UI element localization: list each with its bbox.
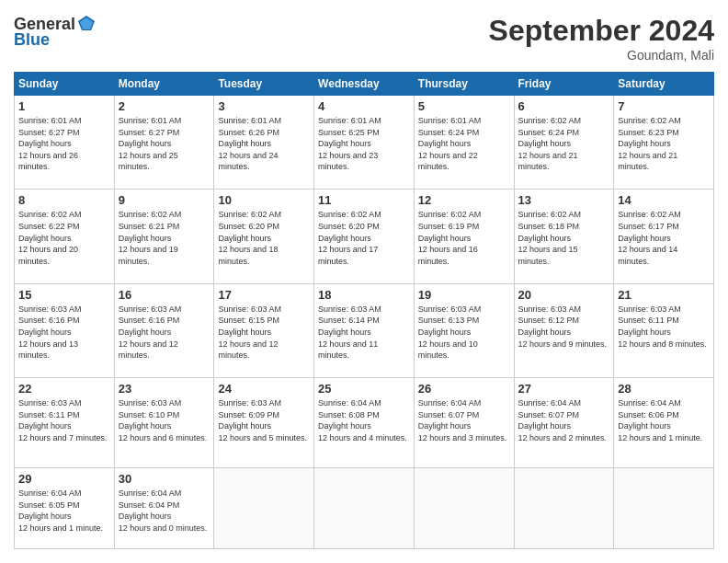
calendar-cell: 18Sunrise: 6:03 AMSunset: 6:14 PMDayligh… <box>314 283 415 377</box>
page: General Blue September 2024 Goundam, Mal… <box>0 0 728 563</box>
day-number: 8 <box>18 193 110 207</box>
day-info: Sunrise: 6:03 AMSunset: 6:16 PMDaylight … <box>18 304 110 362</box>
calendar-cell: 17Sunrise: 6:03 AMSunset: 6:15 PMDayligh… <box>214 283 314 377</box>
col-tuesday: Tuesday <box>214 73 314 96</box>
calendar-cell <box>514 468 614 549</box>
calendar-cell: 30Sunrise: 6:04 AMSunset: 6:04 PMDayligh… <box>114 468 214 549</box>
calendar-cell <box>214 468 314 549</box>
calendar-cell: 8Sunrise: 6:02 AMSunset: 6:22 PMDaylight… <box>15 190 115 283</box>
day-info: Sunrise: 6:04 AMSunset: 6:05 PMDaylight … <box>18 488 110 534</box>
day-info: Sunrise: 6:03 AMSunset: 6:13 PMDaylight … <box>418 304 510 362</box>
logo: General Blue <box>14 14 97 50</box>
calendar-table: Sunday Monday Tuesday Wednesday Thursday… <box>14 72 714 549</box>
week-row-4: 22Sunrise: 6:03 AMSunset: 6:11 PMDayligh… <box>15 378 714 468</box>
calendar-cell: 5Sunrise: 6:01 AMSunset: 6:24 PMDaylight… <box>414 96 514 190</box>
day-number: 30 <box>119 472 210 486</box>
week-row-3: 15Sunrise: 6:03 AMSunset: 6:16 PMDayligh… <box>15 283 714 377</box>
day-info: Sunrise: 6:02 AMSunset: 6:24 PMDaylight … <box>518 115 610 173</box>
calendar-cell: 12Sunrise: 6:02 AMSunset: 6:19 PMDayligh… <box>414 190 514 283</box>
col-saturday: Saturday <box>614 73 714 96</box>
calendar-cell: 11Sunrise: 6:02 AMSunset: 6:20 PMDayligh… <box>314 190 415 283</box>
calendar-cell: 16Sunrise: 6:03 AMSunset: 6:16 PMDayligh… <box>114 283 214 377</box>
calendar-cell: 28Sunrise: 6:04 AMSunset: 6:06 PMDayligh… <box>614 378 714 468</box>
day-info: Sunrise: 6:02 AMSunset: 6:23 PMDaylight … <box>618 115 710 173</box>
day-number: 19 <box>418 288 510 302</box>
calendar-cell: 15Sunrise: 6:03 AMSunset: 6:16 PMDayligh… <box>15 283 115 377</box>
col-sunday: Sunday <box>15 73 115 96</box>
day-info: Sunrise: 6:02 AMSunset: 6:20 PMDaylight … <box>218 209 310 267</box>
day-number: 24 <box>218 382 310 396</box>
day-number: 2 <box>119 99 210 113</box>
col-friday: Friday <box>514 73 614 96</box>
day-number: 17 <box>218 288 310 302</box>
week-row-1: 1Sunrise: 6:01 AMSunset: 6:27 PMDaylight… <box>15 96 714 190</box>
calendar-cell: 2Sunrise: 6:01 AMSunset: 6:27 PMDaylight… <box>114 96 214 190</box>
calendar-cell <box>314 468 415 549</box>
day-info: Sunrise: 6:02 AMSunset: 6:22 PMDaylight … <box>18 209 110 267</box>
day-number: 9 <box>119 193 210 207</box>
calendar-cell: 23Sunrise: 6:03 AMSunset: 6:10 PMDayligh… <box>114 378 214 468</box>
calendar-cell: 21Sunrise: 6:03 AMSunset: 6:11 PMDayligh… <box>614 283 714 377</box>
day-info: Sunrise: 6:03 AMSunset: 6:12 PMDaylight … <box>518 304 610 350</box>
day-info: Sunrise: 6:04 AMSunset: 6:06 PMDaylight … <box>618 397 710 443</box>
day-number: 28 <box>618 382 710 396</box>
day-number: 14 <box>618 193 710 207</box>
day-info: Sunrise: 6:03 AMSunset: 6:16 PMDaylight … <box>119 304 210 362</box>
day-info: Sunrise: 6:04 AMSunset: 6:08 PMDaylight … <box>318 397 410 443</box>
day-number: 20 <box>518 288 610 302</box>
calendar-cell: 13Sunrise: 6:02 AMSunset: 6:18 PMDayligh… <box>514 190 614 283</box>
col-wednesday: Wednesday <box>314 73 415 96</box>
title-section: September 2024 Goundam, Mali <box>489 14 714 63</box>
calendar-cell: 26Sunrise: 6:04 AMSunset: 6:07 PMDayligh… <box>414 378 514 468</box>
day-info: Sunrise: 6:01 AMSunset: 6:25 PMDaylight … <box>318 115 410 173</box>
calendar-cell: 3Sunrise: 6:01 AMSunset: 6:26 PMDaylight… <box>214 96 314 190</box>
day-number: 5 <box>418 99 510 113</box>
calendar-cell: 19Sunrise: 6:03 AMSunset: 6:13 PMDayligh… <box>414 283 514 377</box>
logo-flag-icon <box>76 14 97 34</box>
day-info: Sunrise: 6:04 AMSunset: 6:07 PMDaylight … <box>518 397 610 443</box>
day-number: 12 <box>418 193 510 207</box>
logo-blue: Blue <box>14 30 50 50</box>
day-info: Sunrise: 6:03 AMSunset: 6:11 PMDaylight … <box>18 397 110 443</box>
calendar-cell: 25Sunrise: 6:04 AMSunset: 6:08 PMDayligh… <box>314 378 415 468</box>
calendar-cell: 9Sunrise: 6:02 AMSunset: 6:21 PMDaylight… <box>114 190 214 283</box>
col-monday: Monday <box>114 73 214 96</box>
day-number: 29 <box>18 472 110 486</box>
header: General Blue September 2024 Goundam, Mal… <box>14 14 714 63</box>
calendar-cell: 14Sunrise: 6:02 AMSunset: 6:17 PMDayligh… <box>614 190 714 283</box>
calendar-cell: 27Sunrise: 6:04 AMSunset: 6:07 PMDayligh… <box>514 378 614 468</box>
calendar-cell: 22Sunrise: 6:03 AMSunset: 6:11 PMDayligh… <box>15 378 115 468</box>
day-info: Sunrise: 6:03 AMSunset: 6:15 PMDaylight … <box>218 304 310 362</box>
calendar-cell: 10Sunrise: 6:02 AMSunset: 6:20 PMDayligh… <box>214 190 314 283</box>
week-row-2: 8Sunrise: 6:02 AMSunset: 6:22 PMDaylight… <box>15 190 714 283</box>
day-info: Sunrise: 6:02 AMSunset: 6:17 PMDaylight … <box>618 209 710 267</box>
day-number: 10 <box>218 193 310 207</box>
day-number: 22 <box>18 382 110 396</box>
day-info: Sunrise: 6:03 AMSunset: 6:10 PMDaylight … <box>119 397 210 443</box>
day-info: Sunrise: 6:01 AMSunset: 6:27 PMDaylight … <box>18 115 110 173</box>
day-number: 21 <box>618 288 710 302</box>
day-number: 26 <box>418 382 510 396</box>
calendar-cell: 24Sunrise: 6:03 AMSunset: 6:09 PMDayligh… <box>214 378 314 468</box>
location: Goundam, Mali <box>489 48 714 63</box>
calendar-cell: 4Sunrise: 6:01 AMSunset: 6:25 PMDaylight… <box>314 96 415 190</box>
day-number: 3 <box>218 99 310 113</box>
day-number: 23 <box>119 382 210 396</box>
day-info: Sunrise: 6:02 AMSunset: 6:20 PMDaylight … <box>318 209 410 267</box>
calendar-cell <box>614 468 714 549</box>
col-thursday: Thursday <box>414 73 514 96</box>
day-info: Sunrise: 6:04 AMSunset: 6:04 PMDaylight … <box>119 488 210 534</box>
calendar-cell: 7Sunrise: 6:02 AMSunset: 6:23 PMDaylight… <box>614 96 714 190</box>
calendar-cell <box>414 468 514 549</box>
day-info: Sunrise: 6:02 AMSunset: 6:21 PMDaylight … <box>119 209 210 267</box>
calendar-cell: 6Sunrise: 6:02 AMSunset: 6:24 PMDaylight… <box>514 96 614 190</box>
day-number: 13 <box>518 193 610 207</box>
day-info: Sunrise: 6:02 AMSunset: 6:18 PMDaylight … <box>518 209 610 267</box>
day-number: 15 <box>18 288 110 302</box>
day-info: Sunrise: 6:01 AMSunset: 6:27 PMDaylight … <box>119 115 210 173</box>
month-title: September 2024 <box>489 14 714 48</box>
day-number: 7 <box>618 99 710 113</box>
calendar-cell: 29Sunrise: 6:04 AMSunset: 6:05 PMDayligh… <box>15 468 115 549</box>
day-info: Sunrise: 6:04 AMSunset: 6:07 PMDaylight … <box>418 397 510 443</box>
day-number: 4 <box>318 99 410 113</box>
